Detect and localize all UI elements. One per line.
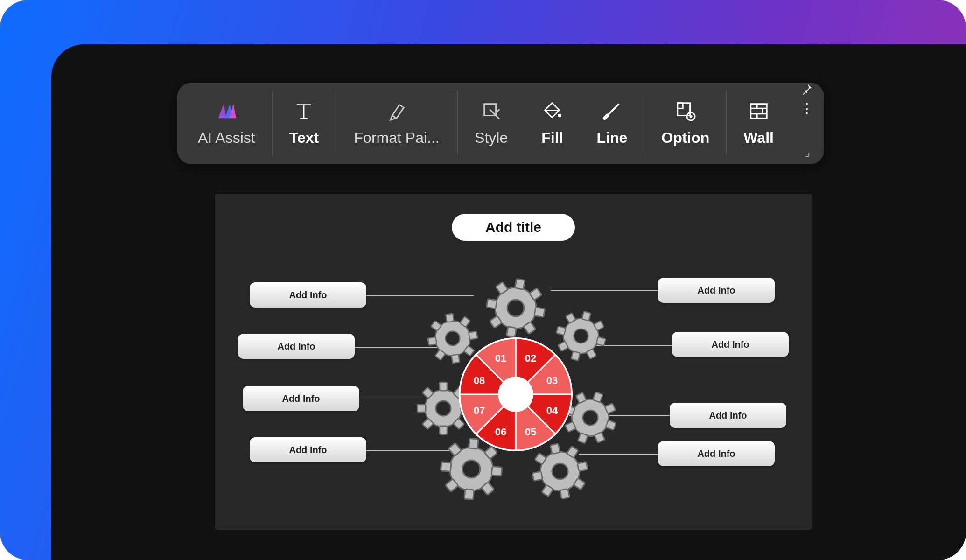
option-icon — [675, 100, 696, 122]
toolbar-ai-assist[interactable]: AI Assist — [181, 83, 272, 164]
center-gear-wheel-graphic[interactable]: 01 02 03 04 05 06 07 08 — [406, 264, 625, 506]
gear-icon — [527, 439, 593, 504]
pin-icon[interactable] — [800, 83, 813, 98]
toolbar-format-painter[interactable]: Format Pai... — [336, 83, 457, 164]
toolbar-line-label: Line — [596, 129, 627, 147]
line-icon — [601, 100, 623, 122]
toolbar-style[interactable]: Style — [458, 83, 525, 164]
info-box[interactable]: Add Info — [658, 441, 775, 466]
toolbar-style-label: Style — [475, 129, 508, 147]
gear-icon — [482, 274, 549, 342]
segment-label: 06 — [495, 426, 506, 438]
segment-label: 03 — [546, 375, 558, 386]
segment-label: 01 — [495, 352, 506, 364]
style-icon — [481, 100, 502, 122]
svg-point-5 — [689, 115, 692, 118]
toolbar-text[interactable]: Text — [273, 83, 336, 164]
segment-label: 08 — [474, 375, 485, 386]
gear-icon — [551, 306, 611, 366]
info-box[interactable]: Add Info — [670, 403, 786, 428]
info-box[interactable]: Add Info — [250, 282, 366, 308]
floating-toolbar: AI Assist Text Format Pai... — [177, 83, 824, 164]
segment-label: 02 — [525, 352, 536, 364]
more-vertical-icon[interactable]: ⋮ — [800, 106, 814, 111]
svg-rect-6 — [750, 104, 767, 119]
toolbar-line[interactable]: Line — [580, 83, 644, 164]
svg-rect-3 — [678, 103, 683, 109]
segment-label: 04 — [546, 405, 558, 416]
toolbar-format-painter-label: Format Pai... — [354, 129, 440, 147]
info-box[interactable]: Add Info — [243, 386, 359, 411]
info-box[interactable]: Add Info — [238, 334, 355, 359]
toolbar-ai-assist-label: AI Assist — [198, 129, 255, 147]
toolbar-wall-label: Wall — [743, 129, 774, 147]
info-box[interactable]: Add Info — [672, 332, 789, 357]
toolbar-fill-label: Fill — [541, 129, 563, 147]
text-icon — [293, 100, 315, 122]
toolbar-option[interactable]: Option — [644, 83, 726, 164]
segment-label: 05 — [525, 426, 536, 438]
wall-icon — [748, 100, 770, 122]
format-painter-icon — [386, 100, 407, 122]
toolbar-option-label: Option — [661, 129, 709, 147]
svg-point-18 — [498, 377, 533, 412]
info-box[interactable]: Add Info — [658, 278, 775, 303]
expand-corner-icon[interactable]: ⌟ — [805, 146, 810, 159]
outer-gradient-frame: AI Assist Text Format Pai... — [0, 0, 966, 560]
segment-wheel[interactable]: 01 02 03 04 05 06 07 08 — [459, 337, 573, 451]
svg-point-1 — [558, 114, 562, 118]
toolbar-wall[interactable]: Wall — [727, 83, 791, 164]
info-box[interactable]: Add Info — [250, 437, 366, 462]
app-window: AI Assist Text Format Pai... — [51, 44, 966, 560]
slide-title[interactable]: Add title — [452, 214, 575, 241]
fill-icon — [541, 100, 563, 122]
segment-label: 07 — [474, 405, 485, 416]
toolbar-text-label: Text — [289, 129, 319, 147]
slide-canvas[interactable]: Add title Add Info Add Info Add Info Add… — [215, 194, 812, 530]
ai-assist-icon — [216, 100, 237, 122]
toolbar-fill[interactable]: Fill — [525, 83, 580, 164]
